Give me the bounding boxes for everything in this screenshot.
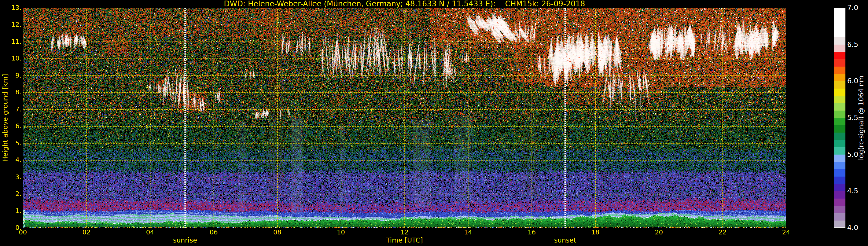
x-tick-label: 10 xyxy=(337,229,345,236)
y-tick-label: 0. xyxy=(1,224,22,231)
sunrise-annotation: sunrise xyxy=(173,237,197,244)
x-tick-label: 08 xyxy=(273,229,281,236)
x-tick-label: 14 xyxy=(464,229,472,236)
y-tick-label: 10. xyxy=(1,55,22,62)
x-tick-label: 04 xyxy=(146,229,154,236)
y-tick-label: 3. xyxy=(1,174,22,181)
y-tick-label: 2. xyxy=(1,190,22,197)
colorbar-tick-label: 6.0 xyxy=(847,77,867,85)
colorbar-tick-label: 5.0 xyxy=(847,151,867,158)
lidar-heatmap-canvas xyxy=(23,8,786,228)
chart-title: DWD: Helene-Weber-Allee (München, German… xyxy=(23,0,786,8)
colorbar-tick-label: 4.5 xyxy=(847,187,867,195)
x-tick-label: 22 xyxy=(718,229,726,236)
y-tick-label: 7. xyxy=(1,106,22,113)
colorbar-tick-label: 6.5 xyxy=(847,41,867,48)
x-tick-label: 06 xyxy=(210,229,218,236)
y-tick-label: 8. xyxy=(1,89,22,96)
y-tick-label: 9. xyxy=(1,72,22,79)
colorbar-tick-label: 5.5 xyxy=(847,114,867,122)
colorbar-tick-label: 4.0 xyxy=(847,224,867,232)
y-tick-label: 4. xyxy=(1,157,22,163)
y-tick-label: 12. xyxy=(1,21,22,28)
x-tick-label: 24 xyxy=(782,229,790,236)
y-tick-label: 11. xyxy=(1,38,22,45)
x-tick-label: 18 xyxy=(591,229,599,236)
colorbar-canvas xyxy=(834,8,845,228)
x-tick-label: 16 xyxy=(528,229,536,236)
x-tick-label: 12 xyxy=(400,229,408,236)
y-tick-label: 6. xyxy=(1,123,22,130)
x-tick-label: 20 xyxy=(655,229,663,236)
sunset-annotation: sunset xyxy=(554,237,576,244)
y-tick-label: 5. xyxy=(1,140,22,147)
colorbar-tick-label: 7.0 xyxy=(847,4,867,11)
x-axis-label: Time [UTC] xyxy=(23,237,786,244)
ceilometer-quicklook-page: { "title": "DWD: Helene-Weber-Allee (Mün… xyxy=(0,0,868,246)
x-tick-label: 02 xyxy=(83,229,91,236)
y-tick-label: 1. xyxy=(1,208,22,214)
y-tick-label: 13. xyxy=(1,4,22,11)
